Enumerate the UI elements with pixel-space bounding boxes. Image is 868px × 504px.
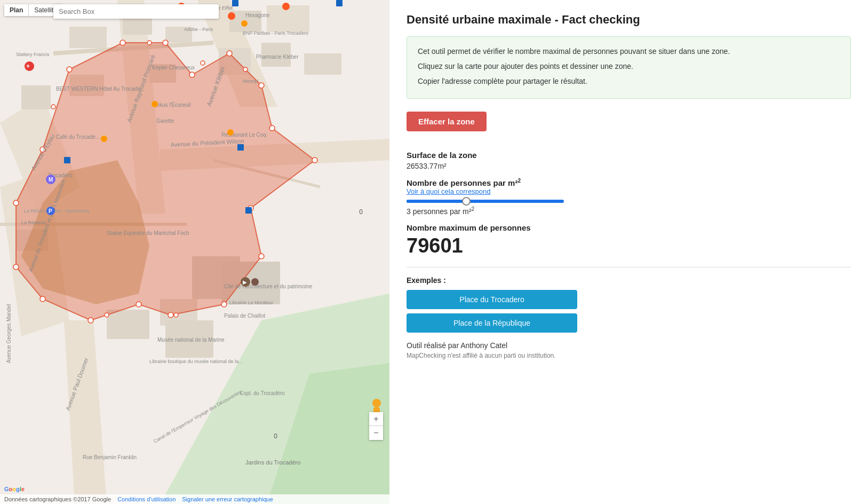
density-link[interactable]: Voir à quoi cela correspond (407, 187, 851, 195)
svg-point-93 (228, 12, 235, 20)
svg-point-42 (221, 302, 227, 307)
svg-text:Jardins du Trocadéro: Jardins du Trocadéro (245, 459, 300, 466)
svg-point-41 (259, 254, 264, 259)
page-title: Densité urbaine maximale - Fact checking (407, 13, 851, 27)
examples-label: Exemples : (407, 276, 851, 285)
svg-text:Statue Equestre du Maréchal Fo: Statue Equestre du Maréchal Foch (107, 230, 189, 236)
svg-point-52 (243, 67, 248, 72)
svg-text:BNP Paribas - Paris Trocadero: BNP Paribas - Paris Trocadero (243, 30, 308, 36)
divider (407, 267, 851, 267)
info-box: Cet outil permet de vérifier le nombre m… (407, 36, 851, 99)
svg-rect-100 (232, 0, 238, 6)
map-svg: Avenue Raymond Poincaré Avenue d'Eylau A… (0, 0, 389, 504)
map-bottom-bar: Données cartographiques ©2017 Google Con… (0, 494, 389, 504)
plan-button[interactable]: Plan (4, 4, 29, 16)
clear-zone-button[interactable]: Effacer la zone (407, 112, 487, 131)
max-persons-value: 79601 (407, 234, 851, 257)
svg-text:Café du Trocadé...: Café du Trocadé... (56, 134, 100, 140)
svg-text:Librairie boutique du musée na: Librairie boutique du musée national de … (149, 359, 243, 364)
svg-point-33 (120, 40, 125, 45)
svg-text:Rue Benjamin Franklin: Rue Benjamin Franklin (83, 454, 137, 460)
svg-point-99 (251, 278, 259, 286)
svg-point-34 (163, 40, 168, 45)
svg-point-94 (282, 3, 290, 10)
svg-rect-17 (21, 85, 51, 109)
svg-text:Kepler Cheuvreux: Kepler Cheuvreux (152, 65, 195, 70)
svg-text:▶: ▶ (243, 279, 247, 285)
svg-point-39 (312, 158, 317, 163)
svg-point-44 (136, 302, 141, 307)
svg-point-47 (13, 264, 19, 270)
svg-point-37 (259, 83, 264, 88)
street-number-1: 0 (359, 208, 363, 216)
disclaimer-text: MapChecking n'est affilié à aucun parti … (407, 352, 851, 359)
author-text: Outil réalisé par Anthony Catel (407, 341, 851, 350)
svg-point-51 (201, 61, 205, 65)
google-logo: Google (4, 486, 25, 492)
svg-text:P: P (49, 208, 52, 214)
svg-text:La Réserve Paris - Apartments: La Réserve Paris - Apartments (24, 208, 90, 214)
svg-point-53 (174, 313, 178, 317)
svg-rect-103 (245, 207, 252, 214)
svg-point-43 (168, 312, 173, 318)
max-persons-label: Nombre maximum de personnes (407, 223, 851, 232)
svg-text:Cité de l'architecture et du p: Cité de l'architecture et du patrimoine (224, 284, 313, 289)
map-copyright: Données cartographiques ©2017 Google (4, 496, 111, 502)
example2-button[interactable]: Place de la République (407, 313, 577, 333)
svg-text:Pharmacie Kléber: Pharmacie Kléber (256, 54, 299, 60)
svg-point-95 (241, 20, 248, 27)
svg-text:Musée national de la Marine: Musée national de la Marine (157, 337, 225, 343)
map-report[interactable]: Signaler une erreur cartographique (182, 496, 273, 502)
svg-text:Avenue Georges Mandel: Avenue Georges Mandel (6, 304, 12, 363)
svg-text:Espl. du Trocadéro: Espl. du Trocadéro (240, 390, 285, 396)
search-input[interactable] (53, 4, 219, 19)
svg-point-49 (51, 105, 55, 109)
svg-rect-12 (69, 27, 107, 48)
svg-point-98 (227, 129, 234, 136)
svg-text:Slattery Francis: Slattery Francis (16, 52, 50, 57)
slider-thumb[interactable] (462, 197, 471, 206)
svg-rect-104 (64, 157, 70, 163)
slider-track (407, 200, 564, 203)
info-line3: Copier l'adresse complète pour partager … (418, 75, 840, 88)
slider-container[interactable] (407, 200, 851, 203)
slider-filled (407, 200, 466, 203)
svg-point-38 (269, 125, 275, 131)
svg-point-48 (13, 200, 19, 206)
svg-point-35 (189, 72, 195, 77)
svg-point-54 (105, 313, 109, 317)
svg-text:Monop': Monop' (243, 78, 259, 84)
svg-text:BEST WESTERN Hôtel Au Trocadé.: BEST WESTERN Hôtel Au Trocadé... (56, 86, 145, 92)
example1-button[interactable]: Place du Trocadero (407, 290, 577, 309)
svg-rect-101 (336, 0, 343, 6)
svg-text:Librairie Le Moniteur: Librairie Le Moniteur (229, 300, 273, 305)
svg-text:Garette: Garette (156, 118, 174, 124)
svg-point-109 (372, 399, 381, 407)
svg-point-36 (227, 51, 232, 56)
svg-text:+: + (26, 62, 30, 70)
map-container[interactable]: Avenue Raymond Poincaré Avenue d'Eylau A… (0, 0, 389, 504)
svg-text:Palais de Chaillot: Palais de Chaillot (224, 313, 265, 319)
zoom-out-button[interactable]: − (369, 426, 383, 440)
svg-rect-13 (123, 16, 152, 35)
svg-rect-22 (304, 53, 341, 75)
svg-text:Adobe - Paris: Adobe - Paris (184, 27, 213, 32)
svg-point-96 (152, 101, 158, 107)
svg-rect-102 (237, 144, 244, 151)
svg-point-45 (88, 318, 93, 323)
street-number-2: 0 (274, 432, 277, 440)
svg-text:M: M (49, 177, 53, 183)
surface-label: Surface de la zone (407, 151, 851, 160)
svg-point-32 (67, 67, 72, 72)
svg-rect-24 (107, 310, 149, 339)
surface-value: 26533.77m² (407, 162, 851, 170)
zoom-in-button[interactable]: + (369, 412, 383, 426)
map-terms[interactable]: Conditions d'utilisation (117, 496, 176, 502)
svg-text:La Réserve: La Réserve (21, 220, 46, 225)
zoom-controls: + − (369, 412, 383, 440)
svg-text:Hexagone: Hexagone (245, 12, 270, 18)
slider-value: 3 personnes par m²2 (407, 206, 851, 216)
svg-point-46 (40, 296, 45, 302)
density-label: Nombre de personnes par m²2 (407, 178, 851, 187)
svg-point-50 (147, 41, 152, 45)
